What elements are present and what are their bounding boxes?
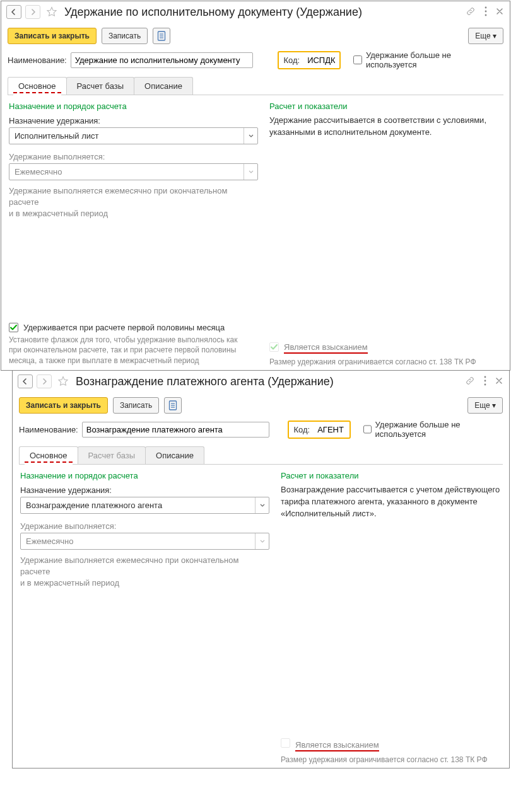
svg-point-0 [485,6,487,8]
save-button[interactable]: Записать [102,28,148,44]
section-purpose: Назначение и порядок расчета [9,102,258,111]
section-calc: Расчет и показатели [281,471,502,480]
link-icon[interactable] [465,376,475,388]
close-icon[interactable] [495,377,503,386]
purpose-value: Вознаграждение платежного агента [21,497,255,513]
section-calc: Расчет и показатели [269,102,502,111]
purpose-value: Исполнительный лист [9,128,244,144]
code-input[interactable] [314,422,349,437]
name-input[interactable] [71,52,253,68]
tab-main[interactable]: Основное [19,446,78,464]
tab-main[interactable]: Основное [8,77,67,95]
chevron-down-icon: ▾ [492,401,496,410]
svg-point-9 [485,383,486,385]
first-half-label: Удерживается при расчете первой половины… [23,323,225,332]
is-recovery-label: Является взысканием [284,342,368,354]
chevron-down-icon: ▾ [493,32,496,40]
first-half-hint: Установите флажок для того, чтобы удержа… [9,335,239,366]
not-used-label: Удержание больше не используется [375,420,503,439]
favorite-star-icon[interactable] [57,375,69,388]
is-recovery-label: Является взысканием [295,740,379,751]
is-recovery-row: Является взысканием [269,342,502,354]
link-icon[interactable] [466,6,476,18]
chevron-down-icon [244,164,257,180]
kebab-menu-icon[interactable] [485,6,487,18]
purpose-label: Назначение удержания: [20,485,269,495]
purpose-label: Назначение удержания: [9,116,258,125]
close-icon[interactable] [496,8,503,17]
period-desc2: и в межрасчетный период [9,208,258,219]
check-icon [271,344,278,350]
code-input[interactable] [303,53,339,67]
titlebar: Удержание по исполнительному документу (… [1,1,510,24]
period-select[interactable]: Ежемесячно [9,163,258,180]
code-field-group: Код: [278,51,341,69]
favorite-star-icon[interactable] [45,6,58,18]
svg-point-2 [485,14,487,16]
tab-description[interactable]: Описание [134,77,193,95]
section-purpose: Назначение и порядок расчета [20,471,269,480]
save-and-close-button[interactable]: Записать и закрыть [8,28,97,44]
more-button-label: Еще [474,401,490,410]
first-half-checkbox[interactable]: Удерживается при расчете первой половины… [9,323,258,332]
more-button[interactable]: Еще ▾ [468,28,503,44]
tab-base-calc[interactable]: Расчет базы [78,446,146,464]
name-label: Наименование: [19,425,78,434]
chevron-down-icon [244,128,257,144]
nav-back-button[interactable] [6,5,21,19]
not-used-checkbox[interactable]: Удержание больше не используется [353,50,503,69]
period-label: Удержание выполняется: [9,152,258,161]
calc-desc: Вознаграждение рассчитывается с учетом д… [281,484,502,520]
code-field-group: Код: [288,420,351,439]
toolbar: Записать и закрыть Записать Еще ▾ [13,393,509,417]
limit-text: Размер удержания ограничивается согласно… [269,357,502,366]
code-label: Код: [279,55,303,65]
check-icon [10,325,17,330]
purpose-select[interactable]: Исполнительный лист [9,127,258,144]
period-desc2: и в межрасчетный период [20,577,269,589]
period-desc1: Удержание выполняется ежемесячно при око… [9,185,258,208]
nav-back-button[interactable] [18,374,33,388]
tab-description[interactable]: Описание [145,446,204,464]
not-used-label: Удержание больше не используется [366,50,503,69]
svg-point-1 [485,10,487,12]
window-title: Удержание по исполнительному документу (… [64,6,462,19]
report-icon-button[interactable] [153,28,170,44]
more-button-label: Еще [475,32,490,40]
calc-desc: Удержание рассчитывается в соответствии … [269,115,502,139]
period-desc1: Удержание выполняется ежемесячно при око… [20,555,269,577]
tab-base-calc[interactable]: Расчет базы [66,77,135,95]
period-value: Ежемесячно [21,533,255,549]
not-used-checkbox[interactable]: Удержание больше не используется [363,420,503,439]
name-label: Наименование: [8,55,67,65]
nav-forward-button[interactable] [37,374,52,388]
name-input[interactable] [82,422,269,438]
toolbar: Записать и закрыть Записать Еще ▾ [1,24,510,48]
svg-point-7 [485,376,486,378]
save-button[interactable]: Записать [113,397,159,414]
nav-forward-button[interactable] [25,5,40,19]
period-select[interactable]: Ежемесячно [20,533,269,550]
limit-text: Размер удержания ограничивается согласно… [281,755,502,764]
code-label: Код: [290,425,314,434]
report-icon-button[interactable] [164,397,182,414]
period-label: Удержание выполняется: [20,521,269,531]
titlebar: Вознаграждение платежного агента (Удержа… [13,371,509,393]
window-title: Вознаграждение платежного агента (Удержа… [76,375,461,388]
purpose-select[interactable]: Вознаграждение платежного агента [20,497,269,514]
more-button[interactable]: Еще ▾ [467,397,503,414]
is-recovery-row: Является взысканием [281,738,502,751]
chevron-down-icon [255,533,269,549]
kebab-menu-icon[interactable] [484,376,486,388]
svg-point-8 [485,380,486,381]
save-and-close-button[interactable]: Записать и закрыть [19,397,108,414]
chevron-down-icon [255,497,269,513]
period-value: Ежемесячно [9,164,244,180]
